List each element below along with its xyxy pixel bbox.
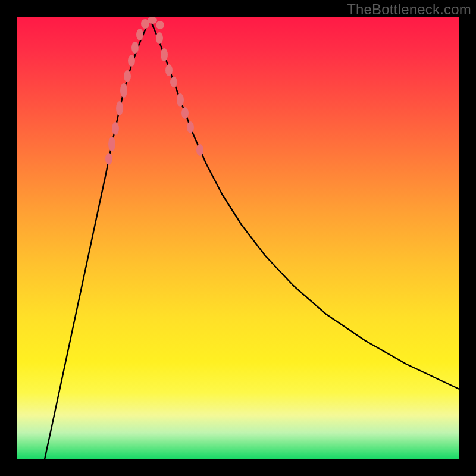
data-marker [148,17,157,24]
chart-frame: TheBottleneck.com [0,0,476,476]
curve-left-curve [45,19,150,459]
data-marker [165,64,173,76]
data-marker [136,29,143,40]
data-marker [170,77,177,87]
data-marker [112,122,119,135]
data-marker [196,144,203,156]
data-marker [124,70,131,82]
data-marker [116,101,123,115]
plot-area [17,17,459,459]
data-marker [120,83,127,98]
data-marker [105,153,112,165]
watermark-text: TheBottleneck.com [347,1,471,18]
chart-svg [17,17,459,459]
data-marker [108,137,115,151]
curve-right-curve [150,19,459,389]
data-marker [187,121,194,133]
data-marker [131,42,139,54]
data-marker [177,93,184,107]
data-marker [128,55,135,67]
data-marker [161,48,168,61]
data-marker [156,21,164,29]
data-marker [156,32,163,44]
data-marker [181,107,189,119]
